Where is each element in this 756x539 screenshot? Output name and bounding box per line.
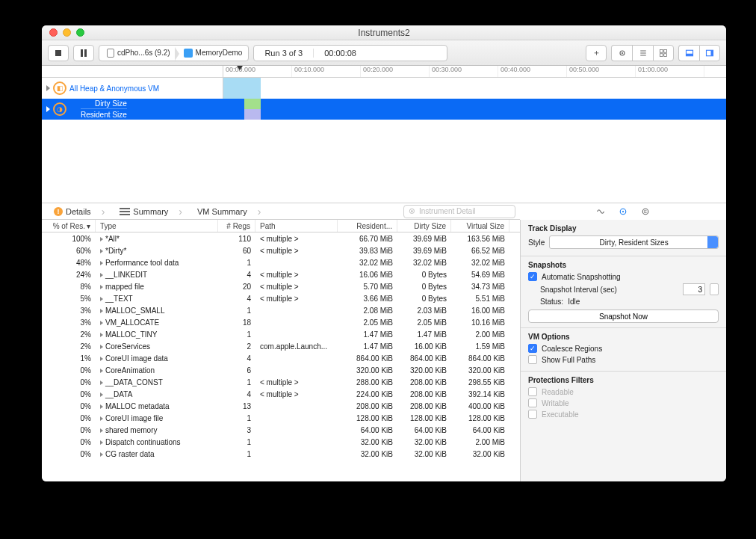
strategy-gear-button[interactable] xyxy=(611,45,632,61)
panel-bottom-icon xyxy=(685,49,694,58)
interval-label: Snapshot Interval (sec) xyxy=(540,286,617,294)
inspector-tab-trace[interactable]: E xyxy=(640,206,651,217)
list-icon xyxy=(639,49,648,58)
snapshot-now-button[interactable]: Snapshot Now xyxy=(528,309,719,323)
search-placeholder: Instrument Detail xyxy=(419,207,476,215)
auto-snapshot-label: Automatic Snapshotting xyxy=(542,273,621,281)
time-tick: 01:00.000 xyxy=(636,66,704,77)
detail-search[interactable]: Instrument Detail xyxy=(403,205,515,218)
style-select[interactable]: Dirty, Resident Sizes xyxy=(549,235,719,249)
graph-bar xyxy=(244,99,261,109)
track-vm-tracker[interactable]: ◑ Dirty Size Resident Size xyxy=(42,99,726,120)
section-title: VM Options xyxy=(528,333,719,341)
showpaths-checkbox[interactable] xyxy=(528,355,537,364)
col-percent[interactable]: % of Res.▾ xyxy=(42,220,96,232)
vm-options-section: VM Options ✓ Coalesce Regions Show Full … xyxy=(521,328,726,372)
coalesce-checkbox[interactable]: ✓ xyxy=(528,344,537,353)
table-row[interactable]: 0%Dispatch continuations132.00 KiB32.00 … xyxy=(42,436,520,448)
playhead-icon[interactable] xyxy=(237,66,243,70)
view-buttons xyxy=(678,45,720,61)
table-row[interactable]: 5%__TEXT4< multiple >3.66 MiB0 Bytes5.51… xyxy=(42,292,520,304)
col-regs[interactable]: # Regs xyxy=(218,220,255,232)
svg-rect-3 xyxy=(664,49,667,52)
allocations-instrument-icon: ◧ xyxy=(53,81,66,95)
disclosure-icon[interactable] xyxy=(46,106,50,112)
col-virtual[interactable]: Virtual Size xyxy=(451,220,509,232)
strategy-buttons xyxy=(611,45,674,61)
wave-icon xyxy=(596,207,605,216)
svg-text:E: E xyxy=(644,209,647,214)
record-stop-button[interactable] xyxy=(48,45,69,61)
time-tick: 00:10.000 xyxy=(292,66,361,77)
track-sublabel: Dirty Size xyxy=(95,99,127,108)
run-label[interactable]: Run 3 of 3 xyxy=(254,49,314,58)
table-row[interactable]: 0%MALLOC metadata13208.00 KiB208.00 KiB4… xyxy=(42,400,520,412)
interval-field[interactable] xyxy=(683,283,705,295)
view-inspector-button[interactable] xyxy=(699,45,720,61)
col-type[interactable]: Type xyxy=(96,220,218,232)
time-tick: 00:20.000 xyxy=(361,66,430,77)
detail-vm-summary[interactable]: VM Summary xyxy=(190,206,268,218)
detail-bar: ! Details Summary VM Summary Instrument … xyxy=(42,203,726,220)
target-selector[interactable]: cdPho...6s (9.2) MemoryDemo xyxy=(99,45,249,61)
panel-right-icon xyxy=(705,49,714,58)
graph-bar xyxy=(223,78,261,99)
strategy-grid-button[interactable] xyxy=(653,45,674,61)
disclosure-icon[interactable] xyxy=(46,85,50,91)
process-segment[interactable]: MemoryDemo xyxy=(176,46,249,61)
table-row[interactable]: 0%CoreUI image file1128.00 KiB128.00 KiB… xyxy=(42,412,520,424)
table-row[interactable]: 0%CoreAnimation6320.00 KiB320.00 KiB320.… xyxy=(42,364,520,376)
snapshots-section: Snapshots ✓ Automatic Snapshotting Snaps… xyxy=(521,256,726,328)
table-row[interactable]: 1%CoreUI image data4864.00 KiB864.00 KiB… xyxy=(42,352,520,364)
run-info[interactable]: Run 3 of 3 00:00:08 xyxy=(253,45,447,61)
view-detail-button[interactable] xyxy=(678,45,699,61)
table-row[interactable]: 0%__DATA_CONST1< multiple >288.00 KiB208… xyxy=(42,376,520,388)
track-allocations[interactable]: ◧ All Heap & Anonymous VM xyxy=(42,78,726,99)
elapsed-time: 00:00:08 xyxy=(314,49,367,58)
table-row[interactable]: 0%__DATA4< multiple >224.00 KiB208.00 Ki… xyxy=(42,388,520,400)
table-row[interactable]: 100%*All*110< multiple >66.70 MiB39.69 M… xyxy=(42,232,520,244)
track-graph[interactable] xyxy=(223,99,726,120)
status-value: Idle xyxy=(568,298,580,306)
table-body[interactable]: 100%*All*110< multiple >66.70 MiB39.69 M… xyxy=(42,232,520,481)
interval-stepper[interactable] xyxy=(710,283,719,295)
table-row[interactable]: 2%CoreServices2com.apple.Launch...1.47 M… xyxy=(42,340,520,352)
inspector-tab-settings[interactable] xyxy=(618,206,628,217)
svg-rect-5 xyxy=(664,53,667,56)
track-display-section: Track Display Style Dirty, Resident Size… xyxy=(521,220,726,256)
detail-summary[interactable]: Summary xyxy=(112,206,190,218)
style-label: Style xyxy=(528,238,545,247)
status-label: Status: xyxy=(540,298,563,306)
detail-root[interactable]: ! Details xyxy=(46,206,112,218)
strategy-list-button[interactable] xyxy=(632,45,653,61)
grid-icon xyxy=(659,49,668,58)
col-dirty[interactable]: Dirty Size xyxy=(397,220,451,232)
table-row[interactable]: 2%MALLOC_TINY11.47 MiB1.47 MiB2.00 MiB xyxy=(42,328,520,340)
table-row[interactable]: 0%shared memory364.00 KiB64.00 KiB64.00 … xyxy=(42,424,520,436)
scope-icon xyxy=(409,208,416,215)
instruments-window: Instruments2 cdPho...6s (9.2) MemoryDemo… xyxy=(42,25,726,481)
add-instrument-button[interactable]: ＋ xyxy=(586,45,607,61)
table-row[interactable]: 3%MALLOC_SMALL12.08 MiB2.03 MiB16.00 MiB xyxy=(42,304,520,316)
auto-snapshot-checkbox[interactable]: ✓ xyxy=(528,272,537,281)
track-graph[interactable] xyxy=(223,78,726,99)
timeline-ruler[interactable]: 00:00.000 00:10.000 00:20.000 00:30.000 … xyxy=(42,66,726,78)
readable-label: Readable xyxy=(542,388,574,396)
app-icon xyxy=(184,49,193,58)
table-row[interactable]: 48%Performance tool data132.02 MiB32.02 … xyxy=(42,256,520,268)
table-row[interactable]: 24%__LINKEDIT4< multiple >16.06 MiB0 Byt… xyxy=(42,268,520,280)
table-row[interactable]: 0%CG raster data132.00 KiB32.00 KiB32.00… xyxy=(42,448,520,460)
table-row[interactable]: 3%VM_ALLOCATE182.05 MiB2.05 MiB10.16 MiB xyxy=(42,316,520,328)
col-resident[interactable]: Resident... xyxy=(338,220,397,232)
svg-point-1 xyxy=(621,52,622,53)
col-path[interactable]: Path xyxy=(255,220,338,232)
pause-button[interactable] xyxy=(73,45,94,61)
table-row[interactable]: 60%*Dirty*60< multiple >39.83 MiB39.69 M… xyxy=(42,244,520,256)
table-header: % of Res.▾ Type # Regs Path Resident... … xyxy=(42,220,520,232)
readable-checkbox xyxy=(528,387,537,396)
table-row[interactable]: 8%mapped file20< multiple >5.70 MiB0 Byt… xyxy=(42,280,520,292)
summary-table: % of Res.▾ Type # Regs Path Resident... … xyxy=(42,220,521,481)
time-tick: 00:30.000 xyxy=(430,66,498,77)
inspector-tab-extended[interactable] xyxy=(595,206,606,217)
device-segment[interactable]: cdPho...6s (9.2) xyxy=(99,46,176,61)
